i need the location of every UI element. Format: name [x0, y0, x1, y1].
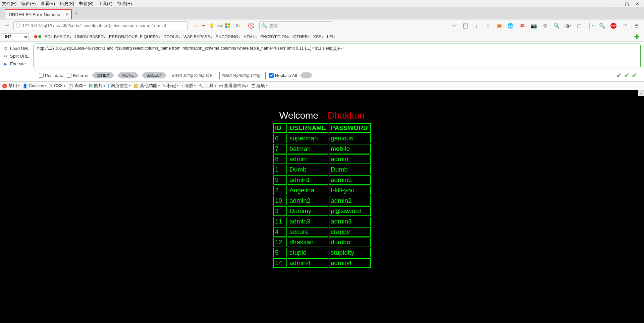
post-data-checkbox[interactable]: Post data [39, 73, 63, 78]
maximize-button[interactable]: ▢ [625, 1, 629, 6]
search-placeholder: 搜索 [269, 23, 278, 29]
os-menubar[interactable]: 文件(E) 编辑(E) 查看(V) 历史(S) 书签(B) 工具(T) 帮助(H… [0, 0, 644, 7]
split-url-button[interactable]: ✂ Split URL [0, 52, 34, 60]
cell-username: superman [288, 134, 328, 143]
replace-all-checkbox[interactable]: Replace All [269, 73, 297, 78]
menu-help[interactable]: 帮助(H) [117, 1, 132, 7]
table-row: 12dhakkandumbo [273, 238, 371, 247]
zoom-icon[interactable]: 🔍 [599, 23, 605, 29]
cell-password: admin3 [329, 217, 371, 226]
url-button[interactable]: %URL [117, 72, 139, 78]
menu-bookmarks[interactable]: 书签(B) [79, 1, 93, 7]
menu-file[interactable]: 文件(E) [2, 1, 16, 7]
url-field[interactable]: ⓘ 127.0.0.1/sql1/Less-46/?sort=1 and if(… [13, 21, 188, 30]
load-url-button[interactable]: ⧉ Load URL [0, 44, 34, 52]
tab-strip: ORDER BY-Error-Numeric ✕ + [0, 7, 644, 19]
new-tab-button[interactable]: + [73, 10, 78, 19]
home2-icon[interactable]: ⌂ [485, 23, 491, 29]
hex-button[interactable]: 0xHEX [92, 72, 114, 78]
other-menu-dev[interactable]: 📒其他功能▾ [133, 83, 160, 89]
minimize-button[interactable]: — [614, 1, 618, 6]
reload-button[interactable]: ↻ [235, 22, 240, 29]
cell-id: 14 [273, 258, 287, 268]
tools-menu-dev[interactable]: 🔧工具▾ [199, 83, 216, 89]
check3-icon: ✔ [632, 71, 637, 79]
back-button[interactable]: ← [3, 21, 11, 30]
other-menu[interactable]: OTHER▾ [293, 35, 310, 39]
menu-view[interactable]: 查看(V) [41, 1, 55, 7]
hamburger-icon[interactable]: ☰ [633, 23, 639, 29]
table-row: 14admin4admin4 [273, 258, 371, 268]
close-window-button[interactable]: ✕ [636, 1, 639, 6]
clipboard-icon[interactable]: 📋 [462, 23, 468, 29]
wave-icon[interactable]: 📷 [531, 23, 537, 29]
hackbar-url-input[interactable]: http://127.0.0.1/sql1/Less-46/?sort=1 an… [34, 44, 641, 68]
images-menu[interactable]: 🖼图片▾ [89, 83, 105, 89]
home-icon[interactable]: ⌂ [193, 23, 199, 29]
php-icon[interactable]: php [217, 23, 223, 29]
info-icon[interactable]: ⓘ [16, 23, 20, 29]
table-row: 9admin1admin1 [273, 175, 371, 185]
table-row: 3Dummyp@ssword [273, 206, 371, 216]
cell-password: stupidity [329, 248, 371, 257]
shield-icon[interactable]: 🛡 [622, 23, 628, 29]
waf-bypass-menu[interactable]: WAF BYPASS▾ [183, 35, 212, 39]
split-url-label: Split URL [10, 54, 29, 59]
xss-menu[interactable]: XSS▾ [313, 35, 324, 39]
cell-id: 12 [273, 238, 287, 247]
execute-button[interactable]: ▶ Execute [0, 60, 34, 68]
referrer-checkbox[interactable]: Referrer [67, 73, 89, 78]
base64-button[interactable]: BASE64 [142, 72, 166, 78]
js-icon[interactable]: JS [519, 23, 525, 29]
globe-icon[interactable]: 🌐▾ [508, 23, 514, 29]
options-split-icon[interactable]: │▾ [588, 23, 594, 29]
search-icon: 🔍 [262, 23, 267, 28]
magnify-icon[interactable]: 🔍 [553, 23, 559, 29]
cell-username: batman [288, 144, 328, 153]
noscript-icon[interactable]: 🚫 [248, 22, 255, 29]
search-input[interactable]: 🔍 搜索 [259, 21, 333, 30]
add-button[interactable]: ✚ [634, 33, 642, 41]
options-menu-dev[interactable]: ☰选项▾ [251, 83, 268, 89]
close-tab-icon[interactable]: ✕ [65, 12, 69, 17]
dropdown-icon[interactable]: ◑▾ [565, 23, 571, 29]
int-dropdown[interactable]: INT [2, 34, 29, 40]
mark-menu[interactable]: ✎标记▾ [163, 83, 179, 89]
abp-icon[interactable]: ABP [610, 23, 616, 29]
bookmark-star-icon[interactable]: ☆ [451, 23, 457, 29]
union-based-menu[interactable]: UNION BASED▾ [75, 35, 106, 39]
cookies-menu[interactable]: 👤Cookies▾ [22, 83, 47, 88]
error-query-menu[interactable]: ERROR/DOUBLE QUERY▾ [109, 35, 161, 39]
forms-menu[interactable]: 📋表单▾ [68, 83, 86, 89]
feather-icon[interactable]: ✒ [201, 23, 207, 29]
disable-menu[interactable]: ⛔禁用▾ [2, 83, 20, 89]
lamp-icon[interactable]: 💡 [209, 23, 215, 29]
css-menu[interactable]: ✎CSS▾ [49, 83, 65, 88]
menu-edit[interactable]: 编辑(E) [21, 1, 36, 7]
html-menu[interactable]: HTML▾ [244, 35, 257, 39]
hackbar-url-text: http://127.0.0.1/sql1/Less-46/?sort=1 an… [37, 46, 344, 51]
replace-source-input[interactable] [170, 72, 216, 79]
pageinfo-menu[interactable]: ℹ网页信息▾ [108, 83, 131, 89]
check2-icon: ✔ [624, 71, 630, 79]
menu-history[interactable]: 历史(S) [60, 1, 74, 7]
cell-username: admin [288, 154, 328, 164]
replace-run-button[interactable] [300, 72, 312, 78]
lfi-menu[interactable]: LFI▾ [327, 35, 335, 39]
replace-target-input[interactable] [219, 72, 266, 79]
scroll-up-stub[interactable]: ∧ [638, 90, 644, 96]
menu-tools[interactable]: 工具(T) [98, 1, 113, 7]
firebug-icon[interactable]: ▣ [496, 23, 502, 29]
paw-icon[interactable]: ✿ [542, 23, 548, 29]
ms-icon[interactable] [225, 23, 231, 29]
download-icon[interactable]: ↓ [474, 23, 480, 29]
table-header-row: ID USERNAME PASSWORD [273, 123, 371, 133]
viewsource-menu[interactable]: ▭查看源代码▾ [219, 83, 249, 89]
sql-basics-menu[interactable]: SQL BASICS▾ [45, 35, 71, 39]
encoding-menu[interactable]: ENCODING▾ [216, 35, 240, 39]
tools-menu[interactable]: TOOLS▾ [164, 35, 180, 39]
encryption-menu[interactable]: ENCRYPTION▾ [260, 35, 290, 39]
zoom-menu[interactable]: ↕缩放▾ [181, 83, 196, 89]
browser-tab[interactable]: ORDER BY-Error-Numeric ✕ [5, 9, 72, 19]
square-icon[interactable]: ▢ [576, 23, 582, 29]
